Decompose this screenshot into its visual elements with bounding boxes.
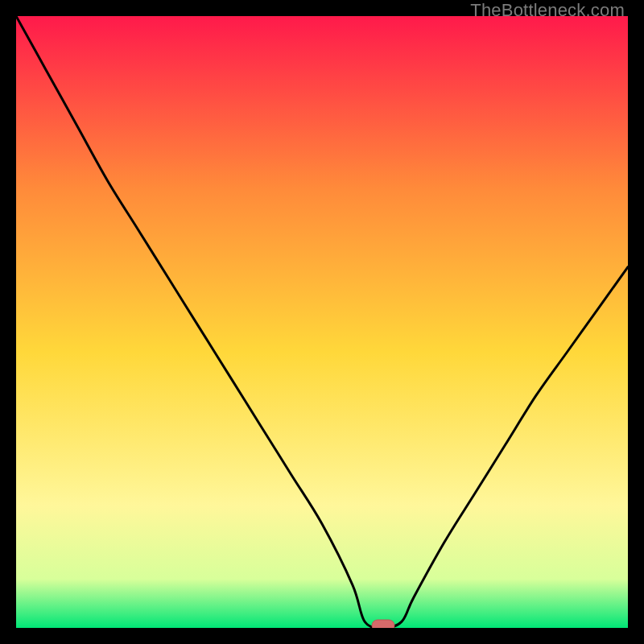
bottleneck-curve-chart xyxy=(16,16,628,628)
plot-area xyxy=(16,16,628,628)
chart-frame: TheBottleneck.com xyxy=(0,0,644,644)
watermark-text: TheBottleneck.com xyxy=(470,0,625,21)
gradient-background xyxy=(16,16,628,628)
minimum-marker xyxy=(372,620,394,628)
